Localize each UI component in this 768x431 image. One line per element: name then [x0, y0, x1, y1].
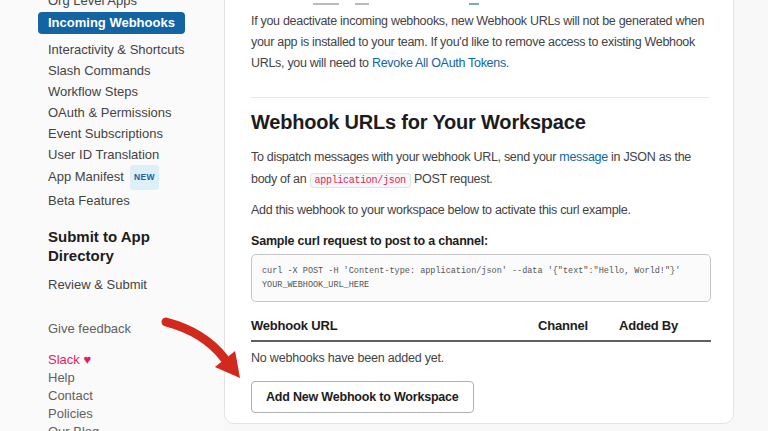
sidebar-nav-list: Interactivity & Shortcuts Slash Commands… [48, 39, 224, 211]
red-arrow-shaft [166, 322, 224, 358]
sidebar-section-heading: Submit to App Directory [48, 227, 168, 265]
sidebar-item-app-manifest[interactable]: App ManifestNEW [48, 165, 224, 190]
section-divider [251, 97, 709, 98]
add-webhook-button[interactable]: Add New Webhook to Workspace [251, 381, 474, 413]
dispatch-paragraph: To dispatch messages with your webhook U… [251, 146, 709, 192]
sidebar-item-incoming-webhooks[interactable]: Incoming Webhooks [38, 12, 224, 34]
sidebar-item-slash-commands[interactable]: Slash Commands [48, 60, 224, 81]
sample-curl-label: Sample curl request to post to a channel… [251, 234, 709, 248]
sidebar-item-oauth-permissions[interactable]: OAuth & Permissions [48, 102, 224, 123]
dispatch-text-before: To dispatch messages with your webhook U… [251, 150, 559, 164]
settings-card: If you deactivate incoming webhooks, new… [224, 0, 734, 424]
curl-sample-code-block: curl -X POST -H 'Content-type: applicati… [251, 254, 711, 302]
revoke-oauth-tokens-link[interactable]: Revoke All OAuth Tokens. [372, 56, 509, 70]
webhook-urls-heading: Webhook URLs for Your Workspace [251, 111, 709, 134]
table-header-divider [251, 340, 711, 342]
column-header-webhook-url: Webhook URL [251, 318, 538, 333]
page: Org Level Apps Incoming Webhooks Interac… [0, 0, 768, 431]
sidebar-item-label: App Manifest [48, 169, 124, 184]
message-link[interactable]: message [559, 150, 608, 164]
activate-curl-note: Add this webhook to your workspace below… [251, 200, 709, 221]
new-badge: NEW [130, 165, 159, 190]
dispatch-text-after: POST request. [411, 172, 493, 186]
webhooks-table-header: Webhook URL Channel Added By [251, 318, 711, 333]
sidebar-item-org-level-apps[interactable]: Org Level Apps [48, 0, 224, 8]
sidebar-item-interactivity-shortcuts[interactable]: Interactivity & Shortcuts [48, 39, 224, 60]
empty-webhooks-message: No webhooks have been added yet. [251, 351, 709, 365]
column-header-channel: Channel [538, 318, 619, 333]
sidebar-item-user-id-translation[interactable]: User ID Translation [48, 144, 224, 165]
red-arrow-annotation [156, 314, 256, 392]
footer-link-policies[interactable]: Policies [48, 405, 224, 423]
sidebar-item-workflow-steps[interactable]: Workflow Steps [48, 81, 224, 102]
clipped-text-sliver [251, 3, 709, 5]
column-header-added-by: Added By [619, 318, 711, 333]
sidebar-item-beta-features[interactable]: Beta Features [48, 190, 224, 211]
footer-link-our-blog[interactable]: Our Blog [48, 423, 224, 431]
application-json-code: application/json [310, 173, 411, 188]
active-nav-pill: Incoming Webhooks [38, 12, 185, 34]
deactivate-note: If you deactivate incoming webhooks, new… [251, 11, 709, 74]
sidebar-item-event-subscriptions[interactable]: Event Subscriptions [48, 123, 224, 144]
sidebar-item-review-submit[interactable]: Review & Submit [48, 274, 224, 295]
